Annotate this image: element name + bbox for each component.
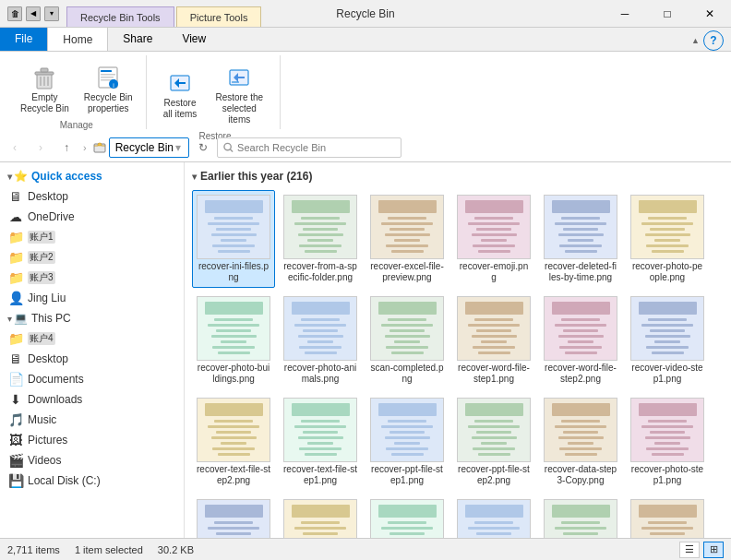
- list-item[interactable]: recover-office-file-step1.png: [452, 494, 535, 538]
- file-name: recover-photo-step1.png: [630, 464, 704, 486]
- sidebar-item-videos[interactable]: 🎬 Videos: [0, 450, 184, 471]
- empty-recycle-bin-button[interactable]: EmptyRecycle Bin: [15, 59, 75, 118]
- path-bar[interactable]: Recycle Bin ▾: [109, 137, 189, 158]
- list-item[interactable]: recover-external-device-step3.png: [539, 494, 622, 538]
- restore-selected-button[interactable]: Restore theselected items: [206, 59, 272, 129]
- file-thumbnail: [370, 296, 444, 361]
- search-input[interactable]: [237, 142, 395, 153]
- user-icon: 👤: [7, 290, 24, 306]
- section-header[interactable]: ▾ Earlier this year (216): [192, 166, 724, 186]
- sidebar-item-desktop[interactable]: 🖥 Desktop: [0, 186, 184, 207]
- file-thumbnail: [544, 296, 617, 361]
- list-item[interactable]: recover-text-file-step1.png: [279, 393, 362, 491]
- list-item[interactable]: recover-ppt-file-step2.png: [452, 393, 535, 491]
- ribbon-collapse-icon[interactable]: ▲: [691, 36, 700, 45]
- sidebar-item-pictures[interactable]: 🖼 Pictures: [0, 430, 184, 450]
- recycle-bin-tools-tab[interactable]: Recycle Bin Tools: [66, 6, 174, 27]
- list-item[interactable]: recover-ini-files.png: [192, 190, 275, 288]
- list-item[interactable]: recover-photo-step1.png: [626, 393, 709, 491]
- file-thumbnail: [630, 398, 704, 462]
- file-thumbnail: [457, 499, 531, 538]
- tab-share[interactable]: Share: [108, 27, 167, 51]
- manage-buttons: EmptyRecycle Bin i Recycle Binproperties: [15, 59, 138, 118]
- list-item[interactable]: recover-word-file-step2.png: [539, 292, 622, 389]
- breadcrumb-separator: ›: [81, 142, 89, 153]
- selected-size: 30.2 KB: [158, 544, 194, 555]
- svg-rect-8: [101, 74, 115, 76]
- forward-button[interactable]: ›: [30, 137, 52, 159]
- sidebar-item-downloads[interactable]: ⬇ Downloads: [0, 389, 184, 410]
- videos-icon: 🎬: [7, 452, 24, 469]
- svg-rect-15: [232, 81, 239, 83]
- list-item[interactable]: recover-photo-buildings.png: [192, 292, 275, 389]
- tab-home[interactable]: Home: [47, 27, 108, 51]
- tab-file[interactable]: File: [0, 27, 47, 51]
- list-item[interactable]: recover-text-file-step2.png: [192, 393, 275, 491]
- close-button[interactable]: ✕: [689, 0, 731, 28]
- help-button[interactable]: ?: [703, 30, 724, 51]
- sidebar-item-desktop2[interactable]: 🖥 Desktop: [0, 349, 184, 369]
- list-item[interactable]: recover-external-device-step2.png: [626, 494, 709, 538]
- filearea: ▾ Earlier this year (216) recover-ini-fi…: [185, 162, 731, 538]
- restore-all-items-button[interactable]: Restoreall items: [158, 65, 203, 124]
- sidebar-onedrive-label: OneDrive: [28, 210, 75, 223]
- sidebar-jing-liu-label: Jing Liu: [28, 292, 66, 304]
- desktop2-icon: 🖥: [7, 351, 24, 367]
- sidebar-section-quick-access[interactable]: ▾ ⭐ Quick access: [0, 166, 184, 186]
- sidebar-item-local-disk[interactable]: 💾 Local Disk (C:): [0, 471, 184, 491]
- list-item[interactable]: recover-photo-animals.png: [279, 292, 362, 389]
- list-item[interactable]: recover-ppt-file-step1.png: [366, 393, 449, 491]
- desktop-icon: 🖥: [7, 188, 24, 205]
- grid-view-button[interactable]: ⊞: [703, 542, 724, 558]
- ribbon-tabs: File Home Share View ▲ ?: [0, 28, 731, 52]
- sidebar-item-jing-liu[interactable]: 👤 Jing Liu: [0, 288, 184, 308]
- sidebar-section-this-pc[interactable]: ▾ 💻 This PC: [0, 308, 184, 328]
- file-name: recover-photo-buildings.png: [197, 363, 270, 385]
- sidebar-item-account4[interactable]: 📁 账​户4: [0, 328, 184, 349]
- sidebar-account4-label: 账​户4: [28, 332, 55, 345]
- sidebar-account3-label: 账​户3: [28, 271, 55, 284]
- sidebar-item-onedrive[interactable]: ☁ OneDrive: [0, 207, 184, 227]
- tab-view[interactable]: View: [167, 27, 221, 51]
- list-view-button[interactable]: ☰: [679, 542, 700, 558]
- search-bar[interactable]: [217, 137, 401, 158]
- list-item[interactable]: recover-pdf-file-step2.png: [192, 494, 275, 538]
- list-item[interactable]: recover-word-file-step1.png: [452, 292, 535, 389]
- minimize-button[interactable]: ─: [604, 0, 646, 28]
- picture-tools-tab[interactable]: Picture Tools: [176, 6, 262, 27]
- onedrive-icon: ☁: [7, 209, 24, 225]
- list-item[interactable]: recover-excel-file-preview.png: [366, 190, 449, 288]
- list-item[interactable]: recover-data-step3-Copy.png: [539, 393, 622, 491]
- manage-group-label: Manage: [60, 118, 93, 130]
- sidebar-item-account3[interactable]: 📁 账​户3: [0, 268, 184, 288]
- maximize-button[interactable]: □: [646, 0, 689, 28]
- list-item[interactable]: recover-pdf-file-step1.png: [279, 494, 362, 538]
- sidebar-item-account1[interactable]: 📁 账​户1: [0, 227, 184, 247]
- list-item[interactable]: recover-photo-people.png: [626, 190, 709, 288]
- restore-selected-icon: [224, 63, 254, 92]
- quick-access-icon: ◀: [26, 6, 41, 21]
- up-button[interactable]: ↑: [55, 137, 78, 159]
- empty-recycle-bin-icon: [30, 63, 59, 92]
- list-item[interactable]: scan-completed.png: [366, 292, 449, 389]
- svg-rect-7: [101, 70, 112, 72]
- file-thumbnail: [370, 499, 444, 538]
- list-item[interactable]: recover-emoji.png: [452, 190, 535, 288]
- refresh-button[interactable]: ↻: [193, 137, 213, 158]
- list-item[interactable]: recover-video-step1.png: [626, 292, 709, 389]
- properties-label: Recycle Binproperties: [84, 92, 133, 114]
- file-thumbnail: [630, 195, 704, 259]
- recycle-bin-properties-button[interactable]: i Recycle Binproperties: [78, 59, 138, 118]
- sidebar-item-documents[interactable]: 📄 Documents: [0, 369, 184, 389]
- list-item[interactable]: recover-office-file-step2.png: [366, 494, 449, 538]
- sidebar-item-account2[interactable]: 📁 账​户2: [0, 247, 184, 268]
- sidebar-pictures-label: Pictures: [28, 434, 67, 447]
- file-name: recover-ppt-file-step1.png: [370, 464, 444, 486]
- list-item[interactable]: recover-from-a-specific-folder.png: [279, 190, 362, 288]
- sidebar-desktop2-label: Desktop: [28, 352, 68, 365]
- sidebar-item-music[interactable]: 🎵 Music: [0, 410, 184, 430]
- file-thumbnail: [197, 296, 270, 361]
- sidebar-music-label: Music: [28, 413, 56, 426]
- back-button[interactable]: ‹: [4, 137, 26, 159]
- list-item[interactable]: recover-deleted-files-by-time.png: [539, 190, 622, 288]
